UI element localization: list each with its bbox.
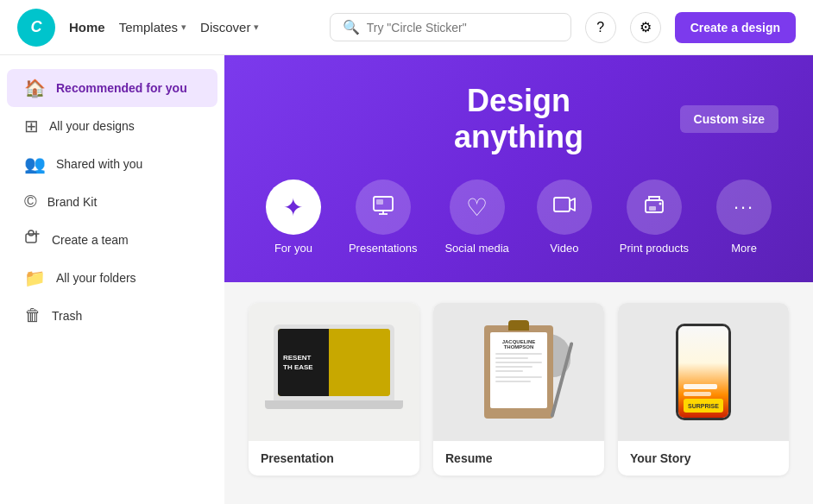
cards-grid: RESENTTH EASE (249, 303, 789, 476)
more-icon: ··· (734, 196, 754, 218)
gear-icon: ⚙ (640, 19, 652, 35)
search-input[interactable] (367, 21, 558, 35)
app-header: C Home Templates ▾ Discover ▾ 🔍 ? ⚙ Crea… (0, 0, 813, 55)
sidebar-item-all-folders[interactable]: 📁 All your folders (7, 259, 217, 297)
social-media-icon: ♡ (466, 193, 488, 222)
sidebar-item-brand-kit[interactable]: © Brand Kit (7, 183, 217, 220)
sidebar-item-all-designs[interactable]: ⊞ All your designs (7, 107, 217, 145)
discover-chevron-icon: ▾ (254, 22, 259, 33)
card-story-image: SURPRISE (618, 303, 789, 441)
sidebar-label-all-folders: All your folders (56, 271, 136, 285)
trash-icon: 🗑 (24, 306, 41, 325)
cards-section: RESENTTH EASE (224, 282, 813, 496)
templates-chevron-icon: ▾ (181, 22, 186, 33)
hero-icon-print-products[interactable]: Print products (620, 180, 689, 255)
social-media-label: Social media (444, 242, 508, 255)
create-team-icon (24, 229, 41, 250)
hero-title: Design anything (432, 83, 606, 155)
card-story-label: Your Story (618, 441, 789, 476)
print-products-icon-circle (627, 180, 682, 235)
card-presentation-label: Presentation (249, 441, 419, 476)
custom-size-button[interactable]: Custom size (680, 105, 778, 133)
sidebar-label-recommended: Recommended for you (56, 81, 187, 95)
home-icon: 🏠 (24, 78, 46, 98)
help-icon: ? (596, 20, 604, 35)
hero-icon-more[interactable]: ··· More (716, 180, 772, 255)
video-icon (551, 192, 577, 224)
sidebar-label-trash: Trash (52, 309, 82, 323)
card-resume-image: JACQUELINETHOMPSON (433, 303, 604, 441)
logo-text: C (31, 18, 42, 36)
sidebar: 🏠 Recommended for you ⊞ All your designs… (0, 55, 224, 504)
nav-discover[interactable]: Discover ▾ (200, 20, 259, 35)
card-resume-label: Resume (433, 441, 604, 476)
hero-icon-for-you[interactable]: ✦ For you (266, 180, 321, 255)
svg-point-11 (659, 202, 661, 205)
main-content: Design anything Custom size ✦ For you (224, 55, 813, 504)
svg-rect-7 (376, 199, 383, 205)
more-icon-circle: ··· (716, 180, 772, 235)
presentations-icon-circle (356, 180, 411, 235)
sidebar-item-shared[interactable]: 👥 Shared with you (7, 145, 217, 183)
for-you-icon-circle: ✦ (266, 180, 321, 235)
sidebar-label-create-team: Create a team (52, 233, 129, 247)
for-you-icon: ✦ (283, 193, 303, 222)
hero-icon-social-media[interactable]: ♡ Social media (444, 180, 508, 255)
nav-templates[interactable]: Templates ▾ (119, 20, 186, 35)
nav-home-label: Home (69, 20, 105, 35)
presentations-icon (370, 192, 396, 224)
settings-button[interactable]: ⚙ (630, 12, 661, 43)
more-label: More (731, 242, 757, 255)
nav-home[interactable]: Home (69, 20, 105, 35)
sidebar-label-all-designs: All your designs (49, 119, 135, 133)
hero-top: Design anything Custom size (259, 83, 778, 155)
search-icon: 🔍 (343, 19, 360, 35)
video-label: Video (550, 242, 578, 255)
social-media-icon-circle: ♡ (450, 180, 505, 235)
people-icon: 👥 (24, 154, 46, 174)
grid-icon: ⊞ (24, 116, 39, 136)
sidebar-item-create-team[interactable]: Create a team (7, 220, 217, 259)
svg-point-1 (28, 230, 34, 236)
search-bar[interactable]: 🔍 (330, 13, 571, 41)
help-button[interactable]: ? (585, 12, 616, 43)
nav-discover-label: Discover (200, 20, 250, 35)
sidebar-item-trash[interactable]: 🗑 Trash (7, 297, 217, 334)
hero-banner: Design anything Custom size ✦ For you (224, 55, 813, 282)
sidebar-label-shared: Shared with you (56, 157, 142, 171)
folder-icon: 📁 (24, 268, 46, 288)
create-design-button[interactable]: Create a design (675, 12, 796, 43)
svg-rect-8 (554, 198, 570, 211)
card-story[interactable]: SURPRISE Your Story (618, 303, 789, 476)
canva-logo[interactable]: C (17, 9, 55, 47)
nav-templates-label: Templates (119, 20, 178, 35)
presentations-label: Presentations (349, 242, 418, 255)
card-presentation-image: RESENTTH EASE (249, 303, 419, 441)
sidebar-item-recommended[interactable]: 🏠 Recommended for you (7, 69, 217, 107)
card-presentation[interactable]: RESENTTH EASE (249, 303, 419, 476)
video-icon-circle (537, 180, 592, 235)
for-you-label: For you (274, 242, 312, 255)
hero-icon-video[interactable]: Video (537, 180, 592, 255)
sidebar-label-brand-kit: Brand Kit (47, 195, 98, 209)
svg-rect-10 (649, 206, 656, 211)
card-resume[interactable]: JACQUELINETHOMPSON (433, 303, 604, 476)
print-products-icon (641, 192, 667, 224)
hero-icon-presentations[interactable]: Presentations (349, 180, 418, 255)
hero-icon-row: ✦ For you (259, 180, 778, 255)
brand-icon: © (24, 192, 37, 211)
app-layout: 🏠 Recommended for you ⊞ All your designs… (0, 55, 813, 504)
print-products-label: Print products (620, 242, 689, 255)
